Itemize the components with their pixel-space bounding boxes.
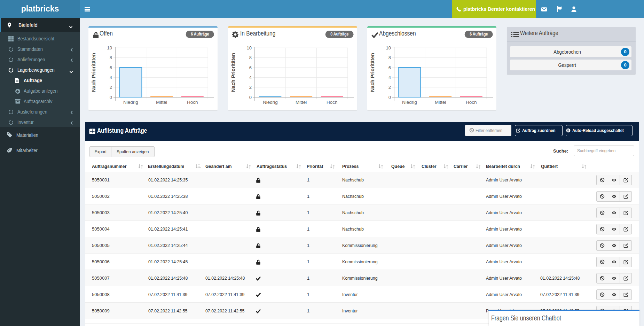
svg-text:2: 2 bbox=[110, 85, 112, 90]
svg-text:4: 4 bbox=[249, 75, 252, 80]
svg-text:8: 8 bbox=[388, 55, 391, 60]
svg-text:Nach Prioritäten: Nach Prioritäten bbox=[91, 53, 96, 92]
svg-text:10: 10 bbox=[107, 45, 112, 51]
svg-text:Hoch: Hoch bbox=[466, 100, 477, 105]
svg-text:Mittel: Mittel bbox=[435, 100, 446, 105]
svg-text:Mittel: Mittel bbox=[156, 100, 167, 105]
svg-text:10: 10 bbox=[386, 45, 391, 51]
svg-text:6: 6 bbox=[388, 65, 391, 70]
svg-text:10: 10 bbox=[247, 45, 252, 51]
svg-text:Hoch: Hoch bbox=[327, 100, 338, 105]
svg-text:2: 2 bbox=[388, 85, 391, 90]
svg-text:0: 0 bbox=[249, 95, 252, 100]
svg-text:Mittel: Mittel bbox=[296, 100, 307, 105]
svg-text:Niedrig: Niedrig bbox=[123, 100, 138, 105]
svg-text:0: 0 bbox=[110, 95, 112, 100]
svg-text:8: 8 bbox=[249, 55, 252, 60]
svg-text:Nach Prioritäten: Nach Prioritäten bbox=[230, 53, 236, 92]
svg-text:2: 2 bbox=[249, 85, 252, 90]
svg-text:6: 6 bbox=[110, 65, 112, 70]
svg-text:4: 4 bbox=[110, 75, 112, 80]
svg-text:Hoch: Hoch bbox=[187, 100, 198, 105]
svg-text:0: 0 bbox=[388, 95, 391, 100]
svg-text:6: 6 bbox=[249, 65, 252, 70]
svg-text:Nach Prioritäten: Nach Prioritäten bbox=[370, 53, 375, 92]
svg-text:4: 4 bbox=[388, 75, 391, 80]
svg-text:8: 8 bbox=[110, 55, 112, 60]
svg-text:Niedrig: Niedrig bbox=[402, 100, 417, 105]
svg-text:Niedrig: Niedrig bbox=[263, 100, 278, 105]
